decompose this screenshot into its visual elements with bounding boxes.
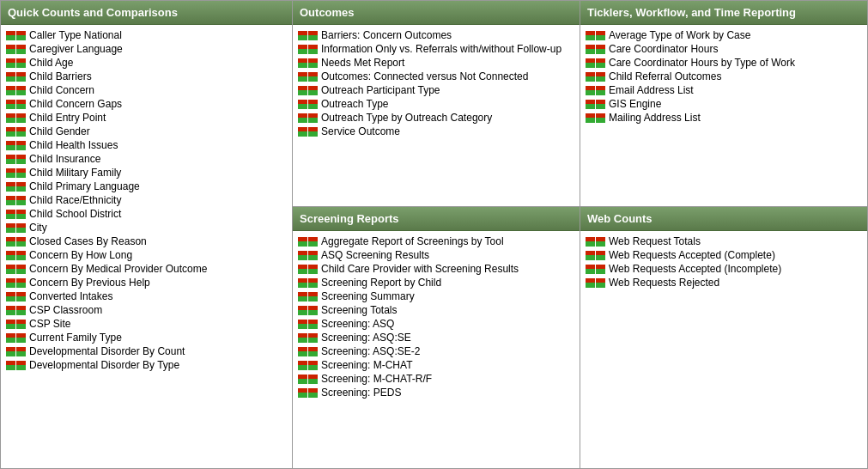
list-item[interactable]: Email Address List [582, 83, 865, 97]
list-item[interactable]: Concern By Medical Provider Outcome [3, 262, 290, 276]
item-icon [298, 375, 318, 384]
item-label: Web Request Totals [609, 235, 701, 247]
list-item[interactable]: CSP Classroom [3, 303, 290, 317]
item-icon [6, 210, 26, 219]
item-icon [6, 306, 26, 315]
list-item[interactable]: Developmental Disorder By Type [3, 358, 290, 372]
list-item[interactable]: Screening Summary [294, 289, 578, 303]
quick-counts-scroll[interactable]: Caller Type National Caregiver Language … [1, 25, 292, 468]
item-icon [298, 361, 318, 370]
outcomes-scroll[interactable]: Barriers: Concern Outcomes Information O… [293, 25, 580, 206]
list-item[interactable]: Needs Met Report [294, 56, 578, 70]
list-item[interactable]: Barriers: Concern Outcomes [294, 28, 578, 42]
list-item[interactable]: Web Request Totals [582, 234, 865, 248]
web-counts-scroll[interactable]: Web Request Totals Web Requests Accepted… [580, 231, 867, 468]
list-item[interactable]: Child Military Family [3, 166, 290, 180]
item-icon [298, 58, 318, 68]
list-item[interactable]: Child Insurance [3, 152, 290, 166]
item-label: Barriers: Concern Outcomes [321, 29, 452, 41]
list-item[interactable]: Caller Type National [3, 28, 290, 42]
item-label: Child Concern [29, 84, 94, 96]
item-label: Caregiver Language [29, 43, 123, 55]
list-item[interactable]: Child Concern [3, 83, 290, 97]
ticklers-panel: Ticklers, Workflow, and Time Reporting A… [580, 1, 867, 207]
item-label: Child Age [29, 57, 73, 69]
list-item[interactable]: Outreach Type [294, 97, 578, 111]
list-item[interactable]: Care Coordinator Hours [582, 42, 865, 56]
list-item[interactable]: Web Requests Rejected [582, 276, 865, 289]
item-icon [298, 388, 318, 398]
list-item[interactable]: Caregiver Language [3, 42, 290, 56]
list-item[interactable]: Care Coordinator Hours by Type of Work [582, 56, 865, 70]
item-icon [298, 333, 318, 343]
list-item[interactable]: Outcomes: Connected versus Not Connected [294, 70, 578, 83]
item-icon [298, 100, 318, 109]
list-item[interactable]: Child Barriers [3, 70, 290, 83]
web-counts-header: Web Counts [580, 207, 867, 231]
item-icon [6, 361, 26, 370]
outcomes-panel: Outcomes Barriers: Concern Outcomes Info… [293, 1, 580, 207]
item-icon [298, 265, 318, 274]
item-icon [6, 292, 26, 302]
list-item[interactable]: Concern By Previous Help [3, 276, 290, 289]
list-item[interactable]: Screening: ASQ:SE-2 [294, 344, 578, 358]
item-label: Screening: PEDS [321, 387, 401, 399]
item-icon [298, 251, 318, 260]
item-label: Screening Summary [321, 290, 415, 302]
list-item[interactable]: Current Family Type [3, 331, 290, 344]
list-item[interactable]: GIS Engine [582, 97, 865, 111]
quick-counts-content: Caller Type National Caregiver Language … [1, 25, 292, 468]
list-item[interactable]: CSP Site [3, 317, 290, 331]
item-label: Concern By Previous Help [29, 277, 150, 289]
item-label: Care Coordinator Hours by Type of Work [609, 57, 795, 69]
item-label: Concern By Medical Provider Outcome [29, 263, 207, 275]
list-item[interactable]: Screening: ASQ [294, 317, 578, 331]
item-icon [298, 113, 318, 123]
list-item[interactable]: Child Gender [3, 125, 290, 138]
item-label: Outcomes: Connected versus Not Connected [321, 70, 528, 82]
screening-panel: Screening Reports Aggregate Report of Sc… [293, 207, 580, 468]
screening-scroll[interactable]: Aggregate Report of Screenings by Tool A… [293, 231, 580, 468]
list-item[interactable]: Child Concern Gaps [3, 97, 290, 111]
list-item[interactable]: Developmental Disorder By Count [3, 344, 290, 358]
list-item[interactable]: Screening Totals [294, 303, 578, 317]
list-item[interactable]: Service Outcome [294, 125, 578, 138]
list-item[interactable]: Child Care Provider with Screening Resul… [294, 262, 578, 276]
quick-counts-panel: Quick Counts and Comparisons Caller Type… [1, 1, 293, 468]
list-item[interactable]: Average Type of Work by Case [582, 28, 865, 42]
list-item[interactable]: Mailing Address List [582, 111, 865, 125]
list-item[interactable]: City [3, 221, 290, 234]
list-item[interactable]: Screening: ASQ:SE [294, 331, 578, 344]
list-item[interactable]: Outreach Type by Outreach Category [294, 111, 578, 125]
ticklers-scroll[interactable]: Average Type of Work by Case Care Coordi… [580, 25, 867, 206]
list-item[interactable]: Information Only vs. Referrals with/with… [294, 42, 578, 56]
list-item[interactable]: Child Health Issues [3, 138, 290, 152]
item-label: Screening: M-CHAT-R/F [321, 373, 432, 385]
item-label: ASQ Screening Results [321, 249, 429, 261]
list-item[interactable]: Screening: M-CHAT-R/F [294, 372, 578, 386]
item-label: GIS Engine [609, 98, 661, 110]
list-item[interactable]: Child Entry Point [3, 111, 290, 125]
list-item[interactable]: Screening: PEDS [294, 386, 578, 399]
list-item[interactable]: Child Age [3, 56, 290, 70]
list-item[interactable]: Outreach Participant Type [294, 83, 578, 97]
web-counts-content: Web Request Totals Web Requests Accepted… [580, 231, 867, 468]
list-item[interactable]: Screening: M-CHAT [294, 358, 578, 372]
list-item[interactable]: Child Race/Ethnicity [3, 193, 290, 207]
list-item[interactable]: Aggregate Report of Screenings by Tool [294, 234, 578, 248]
list-item[interactable]: Screening Report by Child [294, 276, 578, 289]
quick-counts-title: Quick Counts and Comparisons [8, 6, 178, 19]
item-label: Caller Type National [29, 29, 122, 41]
list-item[interactable]: Converted Intakes [3, 289, 290, 303]
item-icon [6, 45, 26, 54]
list-item[interactable]: Closed Cases By Reason [3, 234, 290, 248]
item-label: Mailing Address List [609, 112, 701, 124]
list-item[interactable]: Child Primary Language [3, 180, 290, 193]
item-icon [586, 237, 605, 247]
list-item[interactable]: Concern By How Long [3, 248, 290, 262]
list-item[interactable]: Web Requests Accepted (Incomplete) [582, 262, 865, 276]
list-item[interactable]: Web Requests Accepted (Complete) [582, 248, 865, 262]
list-item[interactable]: ASQ Screening Results [294, 248, 578, 262]
list-item[interactable]: Child Referral Outcomes [582, 70, 865, 83]
list-item[interactable]: Child School District [3, 207, 290, 221]
